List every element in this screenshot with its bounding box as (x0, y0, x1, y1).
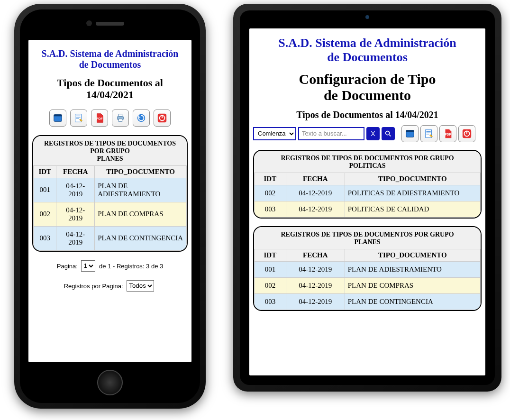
table-row[interactable]: 003 04-12-2019 PLAN DE CONTINGENCIA (34, 226, 187, 250)
pagination-label: Pagina: (57, 262, 78, 269)
phone-front-camera (86, 20, 92, 26)
window-icon[interactable] (49, 110, 66, 127)
svg-rect-1 (54, 114, 62, 116)
page-title-line1: Tipos de Documentos al (57, 77, 163, 89)
phone-table-card: REGISTROS DE TIPOS DE DOCUMENTOS POR GRU… (32, 135, 188, 252)
tablet-bezel: S.A.D. Sistema de Administración de Docu… (240, 10, 495, 385)
table-row[interactable]: 002 04-12-2019 POLITICAS DE ADIESTRAMIEN… (255, 185, 481, 201)
table-row[interactable]: 002 04-12-2019 PLAN DE COMPRAS (255, 277, 481, 293)
svg-rect-12 (406, 130, 414, 132)
svg-rect-5 (118, 114, 122, 116)
sub-title: Tipos de Documentos al 14/04/2021 (253, 110, 482, 120)
app-title-line2: de Documentos (79, 59, 141, 70)
power-icon[interactable] (458, 125, 475, 142)
clear-button[interactable]: X (366, 127, 380, 140)
table-row[interactable]: 001 04-12-2019 PLAN DE ADIESTRAMIENTO (34, 178, 187, 202)
phone-screen: S.A.D. Sistema de Administración de Docu… (28, 40, 191, 362)
phone-toolbar: PDF (32, 110, 188, 127)
th-tipo: TIPO_DOCUMENTO (95, 165, 187, 178)
search-icon (384, 130, 392, 137)
tablet-toolbar: Comienza X PDF (253, 125, 482, 142)
svg-rect-6 (118, 119, 122, 121)
table-row[interactable]: 002 04-12-2019 PLAN DE COMPRAS (34, 202, 187, 226)
per-page-select[interactable]: Todos (127, 280, 154, 292)
tablet-table2-card: REGISTROS DE TIPOS DE DOCUMENTOS POR GRU… (253, 226, 482, 311)
search-button[interactable] (382, 127, 395, 140)
phone-home-button[interactable] (97, 370, 123, 395)
th-fecha: FECHA (56, 165, 95, 178)
per-page: Registros por Pagina: Todos (32, 280, 188, 292)
table-row[interactable]: 003 04-12-2019 PLAN DE CONTINGENCIA (255, 293, 481, 310)
power-icon[interactable] (154, 110, 171, 127)
print-icon[interactable] (112, 110, 129, 127)
tablet-table2-title: REGISTROS DE TIPOS DE DOCUMENTOS POR GRU… (254, 227, 481, 249)
tablet-screen: S.A.D. Sistema de Administración de Docu… (249, 28, 485, 375)
window-icon[interactable] (401, 125, 419, 142)
edit-icon[interactable] (70, 110, 87, 127)
app-title: S.A.D. Sistema de Administración de Docu… (253, 36, 482, 64)
app-title: S.A.D. Sistema de Administración de Docu… (32, 48, 188, 70)
pdf-icon[interactable]: PDF (439, 125, 456, 142)
svg-text:PDF: PDF (445, 132, 451, 136)
tablet-table2: IDT FECHA TIPO_DOCUMENTO 001 04-12-2019 … (254, 249, 481, 310)
tablet-table1-title: REGISTROS DE TIPOS DE DOCUMENTOS POR GRU… (254, 151, 481, 173)
page-title: Configuracion de Tipo de Documento (253, 71, 482, 104)
table-row[interactable]: 003 04-12-2019 POLITICAS DE CALIDAD (255, 201, 481, 217)
pdf-icon[interactable]: PDF (91, 110, 108, 127)
table-header-row: IDT FECHA TIPO_DOCUMENTO (34, 165, 187, 178)
table-header-row: IDT FECHA TIPO_DOCUMENTO (255, 173, 481, 185)
app-title-line1: S.A.D. Sistema de Administración (42, 48, 179, 59)
phone-table-title: REGISTROS DE TIPOS DE DOCUMENTOS POR GRU… (33, 136, 187, 165)
pagination: Pagina: 1 de 1 - Registros: 3 de 3 (32, 260, 188, 272)
phone-bezel: S.A.D. Sistema de Administración de Docu… (20, 9, 200, 403)
page-title-line2: 14/04/2021 (86, 89, 134, 100)
tablet-table1: IDT FECHA TIPO_DOCUMENTO 002 04-12-2019 … (254, 173, 481, 218)
tablet-table1-card: REGISTROS DE TIPOS DE DOCUMENTOS POR GRU… (253, 150, 482, 219)
phone-frame: S.A.D. Sistema de Administración de Docu… (14, 4, 206, 409)
svg-text:PDF: PDF (97, 117, 103, 120)
page-select[interactable]: 1 (81, 260, 95, 272)
table-row[interactable]: 001 04-12-2019 PLAN DE ADIESTRAMIENTO (255, 261, 481, 277)
tablet-front-camera (365, 15, 369, 19)
page-title: Tipos de Documentos al 14/04/2021 (32, 77, 188, 101)
refresh-icon[interactable] (133, 110, 150, 127)
clear-icon: X (371, 130, 375, 137)
edit-icon[interactable] (420, 125, 437, 142)
table-header-row: IDT FECHA TIPO_DOCUMENTO (255, 249, 481, 261)
phone-speaker (96, 22, 124, 26)
per-page-label: Registros por Pagina: (64, 282, 123, 289)
phone-table: IDT FECHA TIPO_DOCUMENTO 001 04-12-2019 … (33, 165, 187, 251)
search-mode-select[interactable]: Comienza (253, 127, 296, 140)
pagination-suffix: de 1 - Registros: 3 de 3 (99, 262, 163, 269)
svg-point-10 (386, 131, 390, 135)
search-input[interactable] (298, 127, 364, 140)
th-idt: IDT (34, 165, 56, 178)
tablet-frame: S.A.D. Sistema de Administración de Docu… (233, 4, 501, 392)
